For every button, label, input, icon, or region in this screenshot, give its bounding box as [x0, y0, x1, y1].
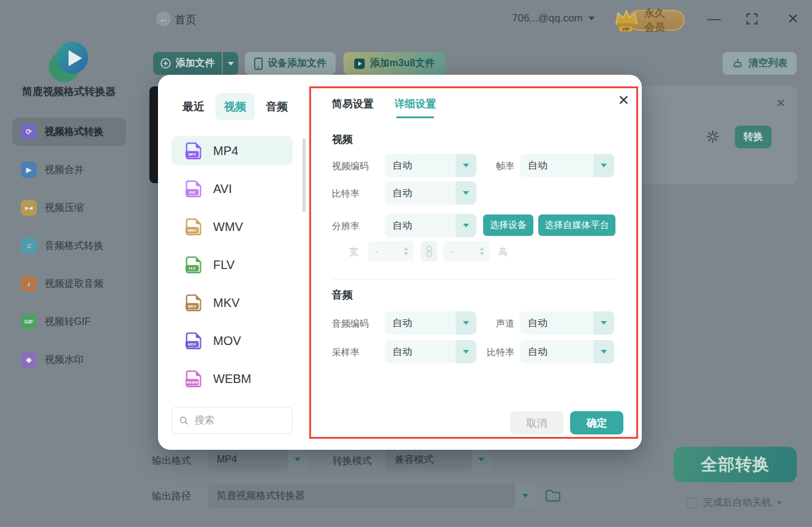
- format-list-item[interactable]: WEBM WEBM: [171, 364, 293, 393]
- add-file-dropdown-button[interactable]: [223, 52, 238, 75]
- cancel-button[interactable]: 取消: [510, 411, 563, 434]
- sidebar-item[interactable]: ⟳ 视频格式转换: [12, 118, 126, 146]
- confirm-button[interactable]: 确定: [570, 411, 623, 434]
- add-file-split-button: 添加文件: [153, 52, 238, 75]
- sidebar-item[interactable]: ▶ 视频合并: [12, 156, 126, 184]
- resolution-select[interactable]: 自动: [385, 214, 476, 237]
- lock-aspect-ratio-button[interactable]: [421, 241, 437, 262]
- add-m3u8-button[interactable]: 添加m3u8文件: [344, 52, 445, 75]
- format-list-scrollbar[interactable]: [303, 138, 306, 212]
- sidebar-item[interactable]: ◆ 视频水印: [12, 346, 126, 374]
- auto-shutdown-label: 完成后自动关机: [703, 496, 772, 509]
- settings-panel: 简易设置 详细设置 × 视频 视频编码 自动 帧率 自动 比特率 自动: [309, 86, 638, 439]
- sidebar-item[interactable]: ♫ 音频格式转换: [12, 232, 126, 260]
- crown-icon: VIP: [611, 6, 642, 34]
- format-search-box: [171, 407, 293, 434]
- m3u8-video-icon: [354, 58, 365, 69]
- app-name: 简鹿视频格式转换器: [0, 85, 138, 99]
- account-email: 706...@qq.com: [512, 12, 583, 25]
- back-button[interactable]: ←: [156, 12, 171, 26]
- format-list-item[interactable]: AVI AVI: [171, 174, 293, 203]
- settings-tabs: 简易设置 详细设置: [332, 97, 436, 118]
- page-title: 首页: [175, 12, 197, 27]
- svg-text:WEBM: WEBM: [186, 380, 198, 384]
- format-name: FLV: [213, 258, 235, 272]
- chevron-down-icon: [588, 17, 595, 20]
- sidebar-item-icon: GIF: [21, 314, 37, 330]
- sample-rate-label: 采样率: [332, 347, 359, 358]
- format-list-item[interactable]: MKV MKV: [171, 288, 293, 317]
- audio-codec-label: 音频编码: [332, 318, 369, 330]
- sidebar-item-icon: ▸◂: [21, 200, 37, 216]
- auto-shutdown-checkbox[interactable]: [687, 498, 697, 508]
- maximize-icon: [746, 13, 757, 25]
- format-list-item[interactable]: MP4 MP4: [171, 136, 293, 165]
- chevron-down-icon: [593, 340, 614, 363]
- clear-list-button[interactable]: 清空列表: [723, 52, 797, 75]
- video-bitrate-label: 比特率: [332, 188, 359, 200]
- sidebar-item-label: 视频水印: [45, 354, 84, 366]
- format-name: WEBM: [213, 372, 251, 386]
- audio-bitrate-select[interactable]: 自动: [520, 340, 614, 363]
- sidebar-item[interactable]: ▸◂ 视频压缩: [12, 194, 126, 222]
- file-settings-gear-icon[interactable]: [706, 130, 720, 143]
- svg-text:MP4: MP4: [188, 152, 196, 156]
- output-format-select[interactable]: MP4: [208, 448, 307, 471]
- account-menu[interactable]: 706...@qq.com: [512, 12, 595, 25]
- maximize-button[interactable]: [745, 12, 759, 26]
- select-device-button[interactable]: 选择设备: [483, 214, 533, 236]
- app-logo: [44, 36, 93, 85]
- format-list-item[interactable]: FLV FLV: [171, 250, 293, 279]
- format-category-tab[interactable]: 最近: [174, 93, 213, 120]
- sidebar-item-icon: ♪: [21, 276, 37, 292]
- sidebar-item-icon: ⟳: [21, 124, 37, 140]
- height-label: 高: [498, 246, 508, 258]
- svg-text:WMV: WMV: [187, 228, 197, 232]
- width-input[interactable]: -: [368, 241, 414, 262]
- chevron-down-icon: [593, 311, 614, 335]
- vip-badge[interactable]: 永久会员 VIP: [614, 6, 685, 32]
- chevron-down-icon[interactable]: [777, 501, 782, 504]
- output-format-label: 输出格式: [152, 455, 191, 468]
- close-window-button[interactable]: ×: [784, 7, 802, 29]
- add-file-button[interactable]: 添加文件: [153, 52, 222, 75]
- device-add-file-button[interactable]: 设备添加文件: [245, 52, 336, 75]
- sidebar-item-label: 视频压缩: [45, 202, 84, 214]
- format-list-item[interactable]: WMV WMV: [171, 212, 293, 241]
- phone-icon: [254, 58, 263, 70]
- stepper-arrows[interactable]: [479, 248, 484, 256]
- frame-rate-select[interactable]: 自动: [520, 154, 614, 177]
- section-divider: [332, 279, 614, 279]
- format-category-tab[interactable]: 音频: [257, 93, 296, 120]
- settings-tab[interactable]: 简易设置: [332, 97, 374, 118]
- sidebar-item-label: 视频提取音频: [45, 278, 103, 290]
- sidebar-item[interactable]: GIF 视频转GIF: [12, 308, 126, 336]
- search-input[interactable]: [194, 414, 276, 427]
- convert-all-button[interactable]: 全部转换: [674, 447, 797, 482]
- format-list-item[interactable]: MOV MOV: [171, 326, 293, 355]
- open-folder-icon[interactable]: [545, 488, 561, 502]
- back-arrow-icon: ←: [159, 14, 168, 24]
- chevron-down-icon: [456, 214, 476, 237]
- channels-select[interactable]: 自动: [520, 311, 614, 335]
- stepper-arrows[interactable]: [404, 248, 408, 256]
- output-path-select[interactable]: 简鹿视频格式转换器: [208, 483, 536, 508]
- search-icon: [179, 416, 189, 425]
- height-input[interactable]: -: [443, 241, 490, 262]
- format-name: MKV: [213, 296, 239, 310]
- remove-file-button[interactable]: ×: [773, 95, 789, 111]
- minimize-button[interactable]: —: [705, 11, 723, 27]
- sidebar-item-icon: ◆: [21, 352, 37, 368]
- chevron-down-icon: [515, 483, 536, 508]
- sidebar-item[interactable]: ♪ 视频提取音频: [12, 270, 126, 298]
- resolution-label: 分辨率: [332, 221, 359, 232]
- select-platform-button[interactable]: 选择自媒体平台: [538, 214, 615, 236]
- format-category-tab[interactable]: 视频: [216, 93, 255, 120]
- convert-file-button[interactable]: 转换: [735, 126, 772, 148]
- audio-bitrate-label: 比特率: [458, 347, 514, 358]
- convert-mode-select[interactable]: 兼容模式: [386, 448, 491, 471]
- video-bitrate-select[interactable]: 自动: [385, 181, 476, 205]
- settings-tab[interactable]: 详细设置: [394, 97, 436, 118]
- close-dialog-button[interactable]: ×: [618, 91, 629, 109]
- file-format-icon: WMV: [184, 216, 205, 237]
